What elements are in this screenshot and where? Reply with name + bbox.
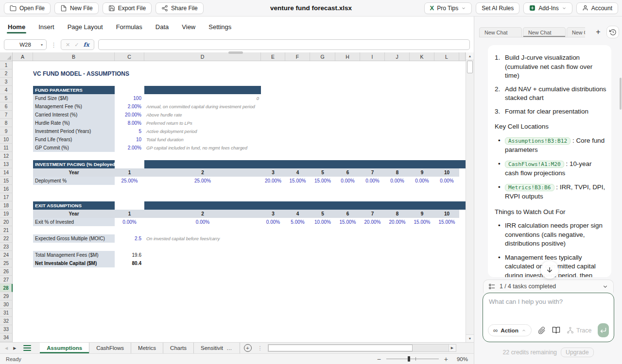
cell-J16[interactable] bbox=[385, 185, 410, 193]
cell-G19[interactable]: 5 bbox=[310, 210, 335, 218]
cell-K12[interactable] bbox=[410, 152, 434, 160]
cell-C30[interactable] bbox=[115, 300, 144, 309]
cell-H9[interactable] bbox=[335, 127, 360, 135]
cell-D4[interactable] bbox=[144, 86, 261, 94]
cell-E27[interactable] bbox=[261, 276, 285, 284]
chat-history-button[interactable] bbox=[606, 26, 619, 38]
cell-A20[interactable] bbox=[13, 218, 33, 226]
cell-H10[interactable] bbox=[335, 135, 360, 144]
cell-L11[interactable] bbox=[434, 144, 459, 152]
cell-K23[interactable] bbox=[410, 243, 434, 251]
cell-H1[interactable] bbox=[335, 61, 360, 69]
cell-D27[interactable] bbox=[144, 276, 261, 284]
cell-J10[interactable] bbox=[385, 135, 410, 144]
cell-C16[interactable] bbox=[115, 185, 144, 193]
cell-A5[interactable] bbox=[13, 94, 33, 102]
cell-J4[interactable] bbox=[385, 86, 410, 94]
row-header-21[interactable]: 21 bbox=[0, 226, 13, 234]
cell-K17[interactable] bbox=[410, 193, 434, 201]
cell-B12[interactable] bbox=[33, 152, 115, 160]
cell-A33[interactable] bbox=[13, 325, 33, 333]
cell-H16[interactable] bbox=[335, 185, 360, 193]
cell-H33[interactable] bbox=[335, 325, 360, 333]
col-header-I[interactable]: I bbox=[360, 52, 385, 61]
cell-C33[interactable] bbox=[115, 325, 144, 333]
col-header-J[interactable]: J bbox=[385, 52, 410, 61]
cell-A24[interactable] bbox=[13, 251, 33, 259]
cell-E9[interactable] bbox=[261, 127, 285, 135]
cell-F28[interactable] bbox=[285, 284, 310, 292]
cell-D23[interactable] bbox=[144, 243, 261, 251]
cell-D5[interactable]: 0 bbox=[144, 94, 261, 102]
cell-K15[interactable]: 0.00% bbox=[410, 177, 434, 185]
cell-C26[interactable] bbox=[115, 267, 144, 276]
cell-K32[interactable] bbox=[410, 317, 434, 325]
cell-H17[interactable] bbox=[335, 193, 360, 201]
row-header-13[interactable]: 13 bbox=[0, 160, 13, 168]
cell-E16[interactable] bbox=[261, 185, 285, 193]
new-chat-button[interactable]: + bbox=[592, 26, 604, 38]
cell-B2[interactable]: VC FUND MODEL - ASSUMPTIONS bbox=[33, 69, 115, 78]
cell-H21[interactable] bbox=[335, 226, 360, 234]
cell-F25[interactable] bbox=[285, 259, 310, 267]
cell-B28[interactable] bbox=[33, 284, 115, 292]
sheet-tab-cashflows[interactable]: CashFlows bbox=[89, 343, 131, 353]
cell-B9[interactable]: Investment Period (Years) bbox=[33, 127, 115, 135]
cell-A18[interactable] bbox=[13, 201, 33, 210]
cell-J17[interactable] bbox=[385, 193, 410, 201]
cell-filler-12[interactable] bbox=[459, 152, 466, 160]
sidebar-scrollbar-thumb[interactable] bbox=[620, 78, 622, 110]
cell-C15[interactable]: 25.00% bbox=[115, 177, 144, 185]
cell-F34[interactable] bbox=[285, 333, 310, 342]
cell-F14[interactable]: 4 bbox=[285, 168, 310, 177]
row-header-18[interactable]: 18 bbox=[0, 201, 13, 210]
cell-J29[interactable] bbox=[385, 292, 410, 300]
cell-J21[interactable] bbox=[385, 226, 410, 234]
cell-G22[interactable] bbox=[310, 234, 335, 243]
cell-G30[interactable] bbox=[310, 300, 335, 309]
cell-G5[interactable] bbox=[310, 94, 335, 102]
cell-B10[interactable]: Fund Life (Years) bbox=[33, 135, 115, 144]
chevron-down-icon[interactable] bbox=[602, 283, 608, 290]
cell-A28[interactable] bbox=[13, 284, 33, 292]
vertical-scrollbar-thumb[interactable] bbox=[467, 61, 473, 73]
cell-I20[interactable]: 20.00% bbox=[360, 218, 385, 226]
cell-J2[interactable] bbox=[385, 69, 410, 78]
cell-J23[interactable] bbox=[385, 243, 410, 251]
cell-B11[interactable]: GP Commit (%) bbox=[33, 144, 115, 152]
cell-B30[interactable] bbox=[33, 300, 115, 309]
col-header-F[interactable]: F bbox=[285, 52, 310, 61]
cell-A9[interactable] bbox=[13, 127, 33, 135]
cell-E26[interactable] bbox=[261, 267, 285, 276]
cell-H22[interactable] bbox=[335, 234, 360, 243]
cell-K3[interactable] bbox=[410, 78, 434, 86]
row-header-9[interactable]: 9 bbox=[0, 127, 13, 135]
cell-I15[interactable]: 0.00% bbox=[360, 177, 385, 185]
cell-C24[interactable]: 19.6 bbox=[115, 251, 144, 259]
cell-E3[interactable] bbox=[261, 78, 285, 86]
cell-L1[interactable] bbox=[434, 61, 459, 69]
cell-L5[interactable] bbox=[434, 94, 459, 102]
attachment-paperclip-icon[interactable] bbox=[538, 327, 546, 334]
cell-C34[interactable] bbox=[115, 333, 144, 342]
new-file-button[interactable]: New File bbox=[54, 2, 99, 14]
cell-C27[interactable] bbox=[115, 276, 144, 284]
cell-F33[interactable] bbox=[285, 325, 310, 333]
sheet-tab-metrics[interactable]: Metrics bbox=[131, 343, 163, 353]
row-header-4[interactable]: 4 bbox=[0, 86, 13, 94]
cell-H29[interactable] bbox=[335, 292, 360, 300]
cell-A11[interactable] bbox=[13, 144, 33, 152]
row-header-26[interactable]: 26 bbox=[0, 267, 13, 276]
chat-tab-2[interactable]: New Chat bbox=[523, 27, 566, 37]
cell-K5[interactable] bbox=[410, 94, 434, 102]
chat-input[interactable] bbox=[489, 298, 608, 305]
cell-L32[interactable] bbox=[434, 317, 459, 325]
sheet-tab-charts[interactable]: Charts bbox=[163, 343, 194, 353]
open-file-button[interactable]: Open File bbox=[4, 2, 51, 14]
cell-E10[interactable] bbox=[261, 135, 285, 144]
cell-F2[interactable] bbox=[285, 69, 310, 78]
cell-A19[interactable] bbox=[13, 210, 33, 218]
cell-G31[interactable] bbox=[310, 309, 335, 317]
cell-G29[interactable] bbox=[310, 292, 335, 300]
cell-J33[interactable] bbox=[385, 325, 410, 333]
